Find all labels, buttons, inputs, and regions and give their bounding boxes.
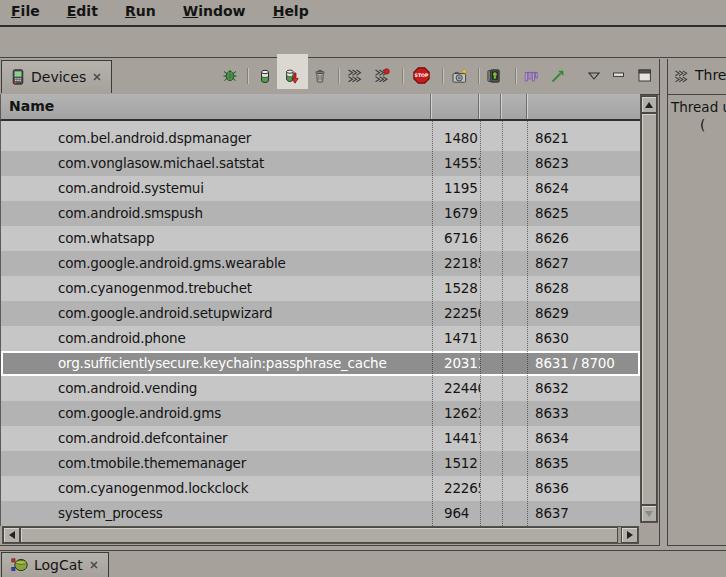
process-port: 8628	[527, 276, 640, 301]
table-row[interactable]: com.tmobile.thememanager15128635	[1, 451, 640, 476]
screen-record-icon[interactable]	[487, 68, 503, 84]
table-row[interactable]: com.vonglasow.michael.satstat145538623	[1, 151, 640, 176]
process-pid: 1512	[432, 451, 480, 476]
table-row[interactable]: com.google.android.setupwizard222508629	[1, 301, 640, 326]
process-port: 8630	[527, 326, 640, 351]
process-port: 8632	[527, 376, 640, 401]
empty-cell	[480, 151, 502, 176]
empty-cell	[502, 476, 527, 501]
table-row[interactable]: system_process9648637	[1, 501, 640, 526]
empty-cell	[480, 401, 502, 426]
empty-cell	[502, 251, 527, 276]
logcat-icon	[11, 558, 28, 572]
threads-icon	[674, 69, 689, 84]
process-port: 8636	[527, 476, 640, 501]
empty-cell	[480, 426, 502, 451]
table-row[interactable]: com.whatsapp67168626	[1, 226, 640, 251]
tab-logcat[interactable]: LogCat	[1, 552, 109, 577]
horizontal-scrollbar[interactable]	[2, 526, 639, 544]
process-port: 8625	[527, 201, 640, 226]
table-row[interactable]: com.android.phone14718630	[1, 326, 640, 351]
column-header-name[interactable]: Name	[1, 94, 431, 119]
screen-capture-icon[interactable]	[452, 68, 469, 84]
main-toolbar	[0, 27, 726, 58]
empty-cell	[502, 301, 527, 326]
process-port: 8624	[527, 176, 640, 201]
process-port: 8637	[527, 501, 640, 526]
phone-icon	[11, 69, 25, 85]
minimize-icon[interactable]	[612, 70, 626, 82]
process-name: com.android.smspush	[1, 201, 432, 226]
menu-edit[interactable]: Edit	[56, 0, 109, 19]
empty-cell	[480, 251, 502, 276]
column-header-port[interactable]	[527, 94, 641, 119]
update-threads-icon[interactable]	[347, 68, 363, 84]
process-pid: 22440	[432, 376, 480, 401]
menu-bar: File Edit Run Window Help	[0, 0, 726, 27]
table-row[interactable]: com.android.vending224408632	[1, 376, 640, 401]
table-row[interactable]: com.google.android.gms.wearable221858627	[1, 251, 640, 276]
tab-devices[interactable]: Devices	[1, 60, 112, 93]
table-row[interactable]: com.cyanogenmod.trebuchet15288628	[1, 276, 640, 301]
process-name: com.cyanogenmod.lockclock	[1, 476, 432, 501]
vertical-scrollbar[interactable]	[640, 95, 658, 523]
table-row[interactable]: org.sufficientlysecure.keychain:passphra…	[1, 351, 640, 376]
maximize-icon[interactable]	[638, 69, 652, 82]
process-name: com.tmobile.thememanager	[1, 451, 432, 476]
view-hierarchy-icon[interactable]	[523, 68, 539, 84]
close-icon[interactable]	[92, 72, 102, 82]
process-name: com.cyanogenmod.trebuchet	[1, 276, 432, 301]
table-row[interactable]: com.cyanogenmod.lockclock222658636	[1, 476, 640, 501]
scroll-up-button[interactable]	[641, 96, 657, 113]
close-icon[interactable]	[89, 560, 99, 570]
process-name: com.google.android.setupwizard	[1, 301, 432, 326]
scroll-left-button[interactable]	[3, 527, 20, 543]
process-name: com.google.android.gms.wearable	[1, 251, 432, 276]
dump-hprof-icon[interactable]	[284, 68, 300, 84]
debug-process-icon[interactable]	[222, 68, 238, 84]
process-pid: 12623	[432, 401, 480, 426]
process-port: 8629	[527, 301, 640, 326]
tab-threads[interactable]: Threads	[695, 67, 726, 83]
horizontal-scrollbar-thumb[interactable]	[20, 527, 618, 543]
menu-run[interactable]: Run	[114, 0, 167, 19]
process-pid: 1480	[432, 126, 480, 151]
process-port: 8633	[527, 401, 640, 426]
toolbar-separator	[247, 68, 248, 84]
view-menu-icon[interactable]	[588, 72, 600, 80]
update-heap-icon[interactable]	[257, 68, 273, 84]
empty-cell	[480, 126, 502, 151]
column-header-pid[interactable]	[431, 94, 479, 119]
table-row[interactable]: com.android.systemui11958624	[1, 176, 640, 201]
scroll-down-button[interactable]	[641, 505, 657, 522]
menu-help[interactable]: Help	[262, 0, 320, 19]
empty-cell	[480, 451, 502, 476]
process-pid: 1471	[432, 326, 480, 351]
empty-cell	[480, 176, 502, 201]
toolbar-separator	[442, 68, 443, 84]
devices-tabbar: Devices	[0, 59, 659, 95]
method-profiling-icon[interactable]	[374, 68, 390, 84]
process-pid: 1195	[432, 176, 480, 201]
vertical-scrollbar-thumb[interactable]	[641, 113, 657, 505]
process-name: system_process	[1, 501, 432, 526]
process-name: com.whatsapp	[1, 226, 432, 251]
systrace-icon[interactable]	[550, 68, 566, 84]
empty-cell	[502, 276, 527, 301]
column-header-empty[interactable]	[479, 94, 501, 119]
cause-gc-icon[interactable]	[312, 68, 328, 84]
column-header-empty[interactable]	[501, 94, 527, 119]
process-pid: 964	[432, 501, 480, 526]
table-row[interactable]: com.google.android.gms126238633	[1, 401, 640, 426]
stop-process-icon[interactable]: STOP	[413, 67, 430, 84]
process-table: com.bel.android.dspmanager14808621com.vo…	[0, 121, 640, 526]
table-row[interactable]: com.bel.android.dspmanager14808621	[1, 126, 640, 151]
menu-window[interactable]: Window	[172, 0, 257, 19]
menu-file[interactable]: File	[0, 0, 51, 19]
table-row[interactable]: com.android.smspush16798625	[1, 201, 640, 226]
empty-cell	[502, 326, 527, 351]
scroll-right-button[interactable]	[621, 527, 638, 543]
empty-cell	[480, 301, 502, 326]
table-row[interactable]: com.android.defcontainer144118634	[1, 426, 640, 451]
toolbar-separator	[338, 68, 339, 84]
